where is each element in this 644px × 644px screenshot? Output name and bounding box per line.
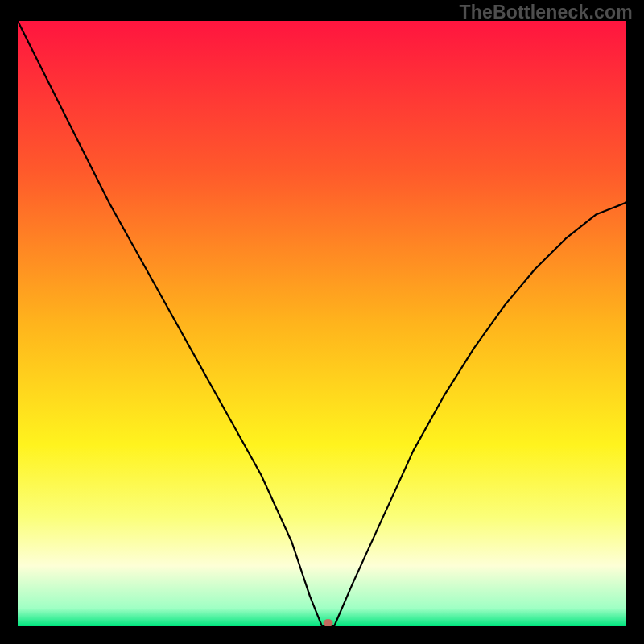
gradient-backdrop (18, 21, 626, 626)
chart-frame: TheBottleneck.com (0, 0, 644, 644)
chart-svg (18, 21, 626, 626)
watermark-label: TheBottleneck.com (459, 2, 633, 23)
plot-area (18, 21, 626, 626)
